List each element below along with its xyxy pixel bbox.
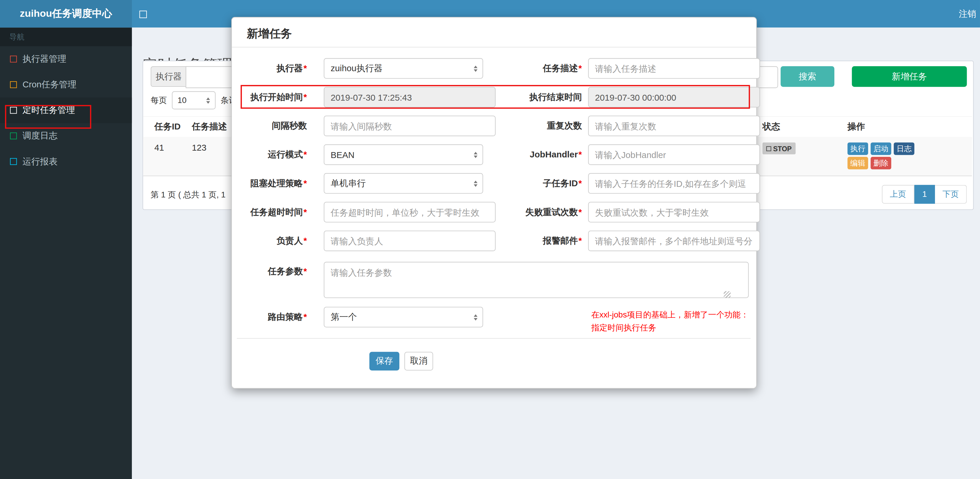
sidebar-item-dispatch-log[interactable]: 调度日志 — [0, 123, 132, 149]
form-row: 负责人* 报警邮件* — [232, 231, 756, 251]
logout-link[interactable]: 注销 — [953, 0, 980, 27]
owner-input[interactable] — [324, 231, 496, 251]
feature-note-line1: 在xxl-jobs项目的基础上，新增了一个功能： — [591, 308, 755, 321]
select-arrows-icon — [474, 314, 478, 320]
log-button[interactable]: 日志 — [894, 142, 914, 155]
form-row-datetime: 执行开始时间* 执行结束时间 — [232, 87, 756, 107]
modal-divider — [237, 338, 751, 339]
modal-header: 新增任务 — [232, 18, 756, 48]
app-window: zuihou任务调度中心 注销 导航 执行器管理 Cron任务管理 定时任务管理… — [0, 0, 980, 479]
sidebar-item-cron-task-management[interactable]: Cron任务管理 — [0, 72, 132, 97]
job-params-label: 任务参数* — [236, 262, 307, 281]
route-strategy-select[interactable]: 第一个 — [324, 307, 483, 328]
resize-grip-icon[interactable] — [724, 291, 730, 298]
sidebar-toggle-icon[interactable] — [140, 11, 147, 18]
prev-page-button[interactable]: 上页 — [882, 185, 914, 204]
modal-title: 新增任务 — [232, 18, 756, 41]
square-icon — [10, 107, 17, 114]
delete-button[interactable]: 删除 — [870, 157, 891, 169]
square-icon — [10, 56, 17, 62]
sidebar-item-run-report[interactable]: 运行报表 — [0, 149, 132, 174]
block-strategy-label: 阻塞处理策略* — [236, 173, 307, 194]
sidebar-item-label: 运行报表 — [22, 156, 57, 167]
form-row: 运行模式* BEAN JobHandler* — [232, 145, 756, 165]
col-header-task-id: 任务ID — [154, 121, 181, 132]
select-arrows-icon — [474, 180, 478, 186]
pagination-summary: 第 1 页 ( 总共 1 页, 1 — [151, 189, 226, 201]
square-icon — [10, 81, 17, 88]
add-task-button[interactable]: 新增任务 — [852, 66, 967, 87]
sidebar-item-label: 定时任务管理 — [22, 105, 75, 116]
status-badge: STOP — [762, 142, 795, 154]
interval-label: 间隔秒数 — [236, 116, 307, 136]
child-job-id-input[interactable] — [588, 173, 760, 194]
cancel-button[interactable]: 取消 — [404, 352, 433, 371]
repeat-count-label: 重复次数 — [495, 116, 582, 136]
col-header-actions: 操作 — [848, 121, 865, 132]
form-row: 间隔秒数 重复次数 — [232, 116, 756, 136]
col-header-task-desc: 任务描述 — [192, 121, 227, 132]
save-button[interactable]: 保存 — [369, 352, 399, 371]
job-params-textarea[interactable] — [324, 262, 749, 298]
search-button[interactable]: 搜索 — [781, 66, 835, 87]
start-time-label: 执行开始时间* — [236, 87, 307, 107]
add-task-modal: 新增任务 执行器* zuihou执行器 任务描述* 执行开始时间* 执行结束时间… — [231, 17, 757, 389]
pagination: 上页 1 下页 — [882, 185, 967, 204]
form-row: 任务超时时间* 失败重试次数* — [232, 202, 756, 223]
sidebar-nav: 导航 执行器管理 Cron任务管理 定时任务管理 调度日志 运行报表 — [0, 27, 132, 479]
cell-task-id: 41 — [154, 142, 164, 153]
end-time-input[interactable] — [588, 87, 760, 107]
run-mode-select[interactable]: BEAN — [324, 145, 483, 165]
sidebar-header: 导航 — [0, 27, 132, 46]
per-page-select[interactable]: 10 — [172, 91, 216, 110]
stop-icon — [766, 146, 772, 151]
feature-note: 在xxl-jobs项目的基础上，新增了一个功能： 指定时间执行任务 — [591, 308, 755, 334]
route-strategy-label: 路由策略* — [236, 307, 307, 328]
sidebar-item-scheduled-task-management[interactable]: 定时任务管理 — [0, 97, 132, 123]
next-page-button[interactable]: 下页 — [935, 185, 967, 204]
cell-task-desc: 123 — [192, 142, 207, 153]
block-strategy-select[interactable]: 单机串行 — [324, 173, 483, 194]
select-arrows-icon — [474, 151, 478, 158]
start-time-input[interactable] — [324, 87, 496, 107]
app-brand: zuihou任务调度中心 — [0, 0, 132, 27]
form-row: 阻塞处理策略* 单机串行 子任务ID* — [232, 173, 756, 194]
repeat-count-input[interactable] — [588, 116, 760, 136]
feature-note-line2: 指定时间执行任务 — [591, 321, 755, 334]
per-page-control: 每页 10 条记 — [151, 92, 237, 108]
select-arrows-icon — [206, 97, 210, 103]
col-header-status: 状态 — [762, 121, 780, 132]
alarm-email-input[interactable] — [588, 231, 760, 251]
executor-select[interactable]: zuihou执行器 — [324, 58, 483, 79]
sidebar-item-label: Cron任务管理 — [22, 79, 76, 90]
edit-button[interactable]: 编辑 — [848, 157, 868, 169]
square-icon — [10, 132, 17, 139]
interval-seconds-input[interactable] — [324, 116, 496, 136]
per-page-value: 10 — [177, 95, 186, 105]
per-page-prefix: 每页 — [151, 95, 167, 106]
retry-count-input[interactable] — [588, 202, 760, 223]
retry-count-label: 失败重试次数* — [495, 202, 582, 223]
square-icon — [10, 158, 17, 165]
run-mode-label: 运行模式* — [236, 145, 307, 165]
end-time-label: 执行结束时间 — [495, 87, 582, 107]
jobhandler-label: JobHandler* — [495, 145, 582, 165]
child-job-id-label: 子任务ID* — [495, 173, 582, 194]
run-button[interactable]: 执行 — [848, 142, 868, 155]
executor-label: 执行器* — [236, 58, 307, 79]
sidebar-item-executor-management[interactable]: 执行器管理 — [0, 46, 132, 72]
executor-filter-label: 执行器 — [151, 66, 186, 87]
task-desc-label: 任务描述* — [495, 58, 582, 79]
sidebar-item-label: 调度日志 — [22, 130, 57, 142]
timeout-input[interactable] — [324, 202, 496, 223]
start-button[interactable]: 启动 — [870, 142, 891, 155]
current-page-button[interactable]: 1 — [914, 185, 935, 204]
timeout-label: 任务超时时间* — [236, 202, 307, 223]
sidebar-item-label: 执行器管理 — [22, 54, 66, 65]
alarm-email-label: 报警邮件* — [495, 231, 582, 251]
task-desc-input[interactable] — [588, 58, 760, 79]
select-arrows-icon — [474, 65, 478, 72]
owner-label: 负责人* — [236, 231, 307, 251]
jobhandler-input[interactable] — [588, 145, 760, 165]
form-row: 执行器* zuihou执行器 任务描述* — [232, 58, 756, 79]
